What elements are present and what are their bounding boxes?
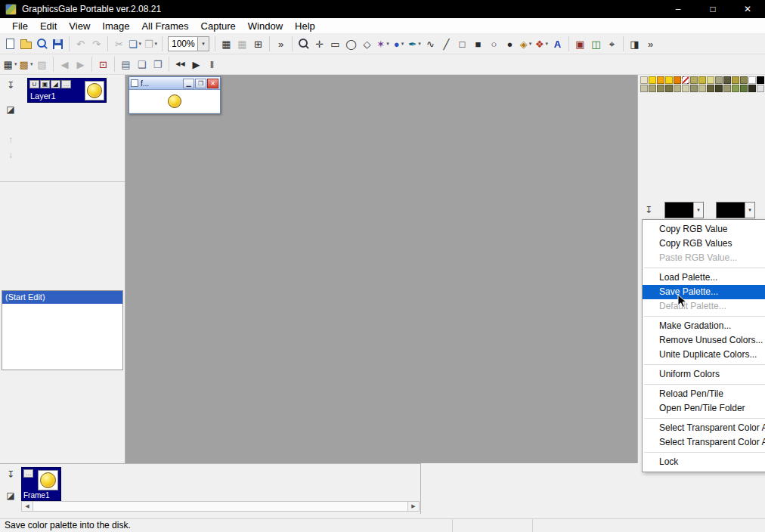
palette-swatch[interactable] <box>707 76 714 84</box>
paste-frame-button[interactable]: ❐ <box>150 56 166 73</box>
palette-swatch[interactable] <box>723 76 731 84</box>
new-file-button[interactable] <box>2 36 18 52</box>
play-animation-button[interactable]: ▶ <box>188 56 204 73</box>
palette-swatch[interactable] <box>690 76 698 84</box>
history-item[interactable]: (Start Edit) <box>2 291 122 304</box>
maximize-button[interactable]: □ <box>695 0 730 18</box>
open-file-button[interactable] <box>18 36 34 52</box>
canvas-area[interactable]: f... ▁❐✕ <box>125 75 637 463</box>
rect-select-tool-button[interactable]: ▭ <box>327 36 343 52</box>
layer-alpha-toggle[interactable]: ◢ <box>51 80 60 88</box>
palette-swatch[interactable] <box>757 76 764 84</box>
palette-swatch[interactable] <box>748 76 756 84</box>
fill-tool-button[interactable]: ◈▾ <box>518 36 534 52</box>
fill-rect-tool-button[interactable]: ■ <box>470 36 486 52</box>
menu-file[interactable]: File <box>6 19 34 33</box>
menu-capture[interactable]: Capture <box>195 19 242 33</box>
ellipse-tool-button[interactable]: ○ <box>486 36 502 52</box>
copy-button[interactable]: ❏▾ <box>127 36 143 52</box>
menu-item-copy-rgb-values[interactable]: Copy RGB Values <box>643 237 765 251</box>
toolbar-overflow-a-button[interactable]: » <box>273 36 289 52</box>
scrollbar-thumb[interactable] <box>33 502 408 511</box>
text-tool-button[interactable]: A <box>550 36 565 52</box>
palette-swatch[interactable] <box>690 85 698 92</box>
menu-all-frames[interactable]: All Frames <box>135 19 194 33</box>
palette-swatch[interactable] <box>682 85 689 92</box>
background-color-well[interactable]: ▾ <box>716 202 755 218</box>
palette-swatch[interactable] <box>682 76 689 84</box>
palette-swatch[interactable] <box>649 85 656 92</box>
pause-animation-button[interactable]: ‖ <box>204 56 220 73</box>
zoom-level-dropdown[interactable]: ▾ <box>197 37 209 51</box>
first-frame-button[interactable]: ◀◀ <box>172 56 188 73</box>
wand-select-tool-button[interactable]: ✶▾ <box>375 36 391 52</box>
palette-swatch[interactable] <box>674 76 681 84</box>
palette-swatch[interactable] <box>698 76 706 84</box>
menu-item-select-transparent-color-as[interactable]: Select Transparent Color As <box>643 435 765 450</box>
menu-item-reload-pen-tile[interactable]: Reload Pen/Tile <box>643 387 765 401</box>
palette-swatch[interactable] <box>640 85 648 92</box>
palette-swatch[interactable] <box>674 85 681 92</box>
menu-window[interactable]: Window <box>242 19 289 33</box>
paste-dropdown-arrow[interactable]: ▾ <box>155 41 158 47</box>
document-canvas[interactable] <box>129 90 220 113</box>
layer-list-view-button[interactable]: ▦▾ <box>2 56 18 73</box>
pen-tool-dropdown-arrow[interactable]: ▾ <box>401 41 404 47</box>
swap-colors-button[interactable]: ◨ <box>627 36 643 52</box>
palette-swatch[interactable] <box>657 85 664 92</box>
palette-swatch[interactable] <box>757 85 764 92</box>
dropper-tool-button[interactable]: ✒▾ <box>407 36 423 52</box>
palette-swatch[interactable] <box>715 85 723 92</box>
titlebar[interactable]: GraphicsGale Portable ver.2.08.21 –□✕ <box>0 0 765 18</box>
layer-list-view-dropdown-arrow[interactable]: ▾ <box>14 61 17 67</box>
close-button[interactable]: ✕ <box>730 0 765 18</box>
frames-transparency-button[interactable]: ◪ <box>4 490 17 502</box>
palette-swatch[interactable] <box>740 85 748 92</box>
preview-window-button[interactable]: ⊡ <box>95 56 111 73</box>
palette-swatch[interactable] <box>740 76 748 84</box>
gradation-tool-dropdown-arrow[interactable]: ▾ <box>546 41 549 47</box>
palette-swatch[interactable] <box>640 76 648 84</box>
fill-tool-dropdown-arrow[interactable]: ▾ <box>529 41 532 47</box>
palette-swatch[interactable] <box>732 76 739 84</box>
palette-swatch[interactable] <box>665 76 673 84</box>
copy-frame-button[interactable]: ❏ <box>134 56 150 73</box>
doc-restore-button[interactable]: ❐ <box>195 79 206 88</box>
doc-minimize-button[interactable]: ▁ <box>183 79 194 88</box>
palette-swatch[interactable] <box>732 85 739 92</box>
palette-swatch[interactable] <box>723 85 731 92</box>
frame-item[interactable]: … Frame1 <box>21 467 61 501</box>
menu-item-load-palette[interactable]: Load Palette... <box>643 271 765 285</box>
layers-transparency-button[interactable]: ◪ <box>4 104 17 116</box>
gradation-tool-button[interactable]: ❖▾ <box>534 36 550 52</box>
palette-swatch[interactable] <box>698 85 706 92</box>
menu-item-uniform-colors[interactable]: Uniform Colors <box>643 367 765 382</box>
show-grid-button[interactable]: ▦ <box>218 36 234 52</box>
lasso-select-tool-button[interactable]: ◇ <box>359 36 375 52</box>
onion-skin-button[interactable]: ▤ <box>118 56 134 73</box>
tiles-window-button[interactable]: ◫ <box>588 36 604 52</box>
palette-list-view-button[interactable]: ▩▾ <box>18 56 34 73</box>
foreground-color-well[interactable]: ▾ <box>664 202 704 218</box>
scroll-right-button[interactable]: ▶ <box>408 502 419 511</box>
palette-swatch[interactable] <box>707 85 714 92</box>
palette-swatch[interactable] <box>748 85 756 92</box>
pan-tool-button[interactable]: ✛ <box>311 36 327 52</box>
palette-apply-all-button[interactable]: ↧ <box>642 204 655 216</box>
menu-edit[interactable]: Edit <box>34 19 63 33</box>
rect-tool-button[interactable]: □ <box>454 36 470 52</box>
menu-help[interactable]: Help <box>289 19 321 33</box>
menu-image[interactable]: Image <box>96 19 135 33</box>
menu-item-save-palette[interactable]: Save Palette... <box>643 285 765 299</box>
menu-item-lock[interactable]: Lock <box>643 455 765 469</box>
menu-item-unite-duplicate-colors[interactable]: Unite Duplicate Colors... <box>643 348 765 362</box>
layer-undo-toggle[interactable]: U <box>29 80 39 88</box>
history-list[interactable]: (Start Edit) <box>2 290 123 370</box>
palette-swatch[interactable] <box>715 76 723 84</box>
foreground-color-well-dropdown[interactable]: ▾ <box>693 203 703 218</box>
layer-properties-button[interactable]: … <box>61 80 71 88</box>
zoom-tool-button[interactable] <box>296 36 311 52</box>
menu-view[interactable]: View <box>63 19 96 33</box>
zoom-search-button[interactable] <box>34 36 50 52</box>
menu-item-make-gradation[interactable]: Make Gradation... <box>643 319 765 333</box>
